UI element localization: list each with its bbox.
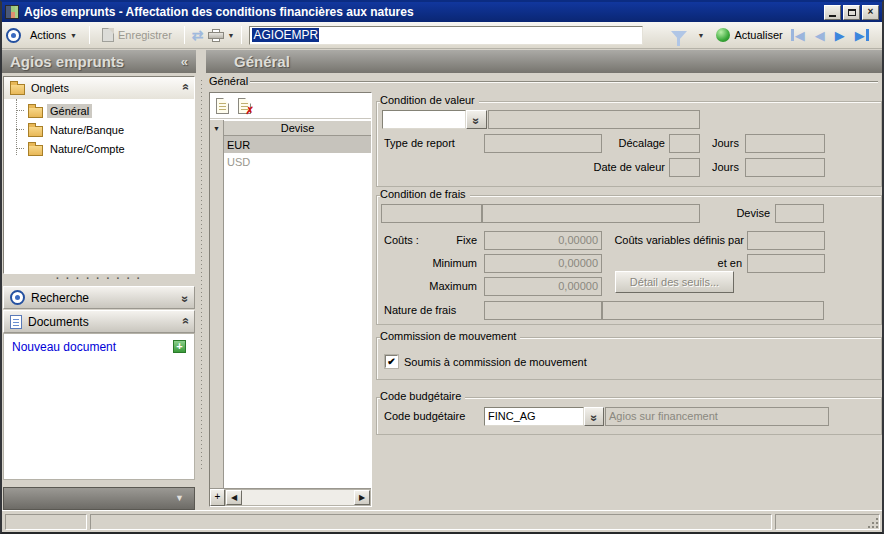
- filter-dropdown-icon[interactable]: ▼: [697, 32, 704, 39]
- status-pane-2: [90, 514, 772, 530]
- et-en-label: et en: [704, 254, 742, 272]
- recherche-section-header[interactable]: Recherche »: [3, 286, 195, 309]
- scroll-left-button[interactable]: ◀: [226, 490, 242, 505]
- add-document-button[interactable]: +: [173, 340, 186, 353]
- printer-icon[interactable]: [208, 29, 224, 42]
- code-budgetaire-label: Code budgétaire: [384, 407, 465, 425]
- toolbar: Actions ▼ Enregistrer ⇄ ▼ AGIOEMPR ▼ Act…: [2, 22, 882, 49]
- documents-section-header[interactable]: Documents »: [3, 310, 195, 333]
- actualiser-icon[interactable]: [716, 28, 730, 42]
- detail-seuils-button[interactable]: Détail des seuils...: [615, 271, 734, 293]
- search-input[interactable]: AGIOEMPR: [249, 26, 643, 45]
- folder-icon: [28, 145, 43, 156]
- jours-label: Jours: [712, 134, 739, 152]
- refresh-icon[interactable]: ⇄: [192, 28, 204, 42]
- new-document-link[interactable]: Nouveau document: [12, 340, 116, 354]
- new-row-icon[interactable]: [216, 98, 229, 114]
- column-header-devise[interactable]: Devise: [224, 120, 371, 136]
- tree-item-general[interactable]: Général: [16, 103, 194, 118]
- code-budgetaire-combo-input[interactable]: FINC_AG: [484, 407, 584, 426]
- filter-icon[interactable]: [671, 31, 687, 40]
- folder-icon: [28, 126, 43, 137]
- frais-description-field: [482, 204, 700, 223]
- document-icon: [10, 315, 22, 329]
- frais-devise-label: Devise: [731, 204, 770, 222]
- delete-row-icon[interactable]: ✗: [238, 98, 251, 114]
- date-valeur-field: [669, 158, 700, 177]
- recherche-icon: [10, 290, 25, 305]
- first-record-button[interactable]: ◀: [791, 29, 805, 42]
- commission-checkbox-label[interactable]: Soumis à commission de mouvement: [404, 353, 587, 371]
- condition-valeur-legend: Condition de valeur: [380, 94, 479, 106]
- horizontal-scrollbar[interactable]: ◀ ▶: [225, 489, 371, 506]
- scroll-right-button[interactable]: ▶: [354, 490, 370, 505]
- save-button[interactable]: Enregistrer: [97, 26, 177, 44]
- vertical-splitter[interactable]: [196, 50, 206, 510]
- maximum-label: Maximum: [425, 277, 477, 295]
- nature-frais-code-field: [484, 301, 602, 320]
- row-selector-gutter: ▼: [210, 120, 224, 488]
- sidebar-header: Agios emprunts «: [2, 50, 196, 73]
- actualiser-label[interactable]: Actualiser: [734, 29, 782, 41]
- jours-field: [745, 134, 825, 153]
- main-header: Général: [206, 50, 882, 73]
- window-title: Agios emprunts - Affectation des conditi…: [24, 5, 824, 19]
- minimize-button[interactable]: [824, 5, 841, 20]
- actions-button[interactable]: Actions ▼: [25, 27, 82, 43]
- fixe-label: Fixe: [437, 231, 477, 249]
- status-pane-1: [5, 514, 87, 530]
- chevron-down-icon: ▼: [70, 32, 77, 39]
- save-icon: [102, 28, 114, 42]
- frais-devise-field: [775, 204, 824, 223]
- collapse-section-icon[interactable]: »: [179, 86, 193, 91]
- print-dropdown-icon[interactable]: ▼: [228, 32, 235, 39]
- list-row-usd[interactable]: USD: [224, 153, 371, 170]
- onglets-panel: Onglets » Général Nature/Banque Nature/C…: [3, 76, 195, 274]
- actions-icon: [6, 28, 21, 43]
- couts-label: Coûts :: [384, 231, 419, 249]
- check-icon: ✔: [387, 356, 395, 367]
- collapse-section-icon[interactable]: »: [179, 319, 193, 324]
- jours2-field: [745, 158, 825, 177]
- last-record-button[interactable]: ▶: [855, 29, 869, 42]
- condition-valeur-combo-button[interactable]: »: [466, 110, 487, 129]
- status-pane-3: [775, 514, 880, 530]
- next-record-button[interactable]: ▶: [835, 29, 845, 42]
- sidebar-splitter-handle[interactable]: · · · · · · · · ·: [2, 274, 196, 284]
- resize-grip[interactable]: [867, 517, 878, 528]
- condition-valeur-combo-input[interactable]: [382, 110, 466, 129]
- commission-checkbox[interactable]: ✔: [385, 355, 398, 368]
- main-area: Général Général ✗ ▼ Devise EUR USD: [206, 50, 882, 510]
- app-icon: [5, 5, 19, 19]
- collapse-sidebar-icon[interactable]: «: [181, 54, 188, 69]
- code-budgetaire-legend: Code budgétaire: [380, 390, 465, 402]
- maximum-field: 0,00000: [484, 277, 602, 296]
- expand-section-icon[interactable]: »: [179, 295, 193, 300]
- onglets-section-header[interactable]: Onglets »: [4, 77, 194, 99]
- list-row-eur[interactable]: EUR: [224, 136, 371, 153]
- add-row-button[interactable]: +: [210, 489, 225, 506]
- documents-panel: Nouveau document +: [3, 333, 195, 480]
- previous-record-button[interactable]: ◀: [815, 29, 825, 42]
- type-report-label: Type de report: [384, 134, 455, 152]
- et-en-field: [747, 254, 825, 273]
- sidebar-footer[interactable]: ▼: [3, 487, 195, 510]
- list-toolbar: ✗: [210, 93, 371, 119]
- gutter-caret-icon[interactable]: ▼: [210, 120, 223, 136]
- couts-variables-label: Coûts variables définis par: [604, 231, 744, 249]
- open-folder-icon: [28, 107, 43, 118]
- close-button[interactable]: ×: [862, 5, 879, 20]
- tree-item-nature-compte[interactable]: Nature/Compte: [16, 141, 194, 156]
- list-bottom-bar: + ◀ ▶: [210, 488, 371, 506]
- type-report-field: [484, 134, 602, 153]
- fixe-field: 0,00000: [484, 231, 602, 250]
- currency-list-panel: ✗ ▼ Devise EUR USD + ◀ ▶: [209, 92, 372, 507]
- jours2-label: Jours: [712, 158, 739, 176]
- general-group-line: [250, 81, 878, 83]
- minimum-label: Minimum: [428, 254, 477, 272]
- title-bar: Agios emprunts - Affectation des conditi…: [2, 2, 882, 22]
- minimum-field: 0,00000: [484, 254, 602, 273]
- code-budgetaire-combo-button[interactable]: »: [584, 407, 604, 426]
- tree-item-nature-banque[interactable]: Nature/Banque: [16, 122, 194, 137]
- maximize-button[interactable]: [843, 5, 860, 20]
